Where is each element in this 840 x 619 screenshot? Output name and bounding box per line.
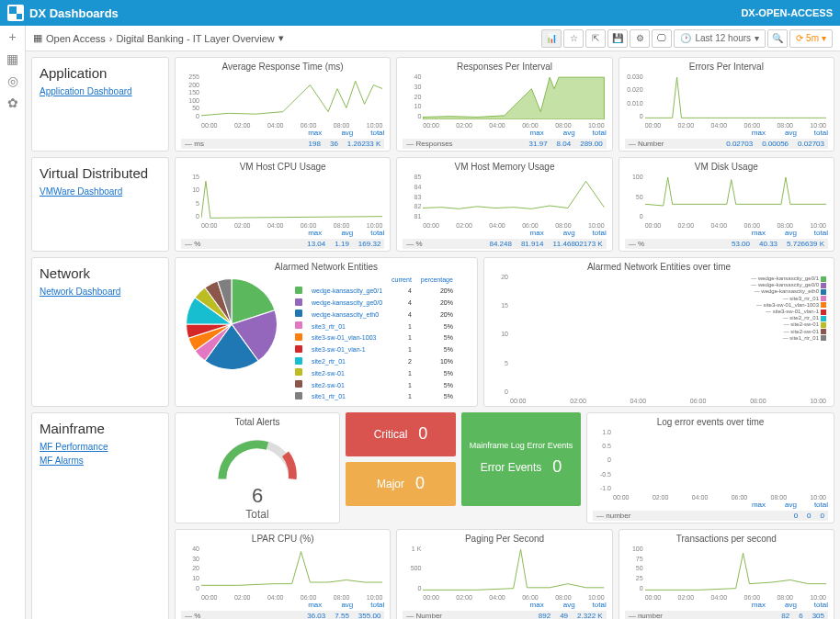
toolbar: 📊 ☆ ⇱ 💾 ⚙ 🖵 🕑 Last 12 hours ▾ 🔍 ⟳ 5m ▾ — [541, 29, 833, 48]
chevron-down-icon: ▾ — [822, 33, 826, 43]
panel-errors[interactable]: Errors Per Interval 0.0300.0200.0100 00:… — [619, 57, 834, 152]
refresh-icon: ⟳ — [796, 33, 803, 43]
panel-log-errors-time[interactable]: Log error events over time 1.00.50-0.5-1… — [586, 412, 834, 523]
section-title: Application — [40, 65, 161, 81]
left-nav: + ▦ ◎ ✿ — [0, 26, 26, 619]
panel-vm-cpu[interactable]: VM Host CPU Usage 151050 00:0002:0004:00… — [175, 157, 391, 252]
monitor-button[interactable]: 🖵 — [652, 29, 672, 48]
settings-icon[interactable]: ✿ — [6, 96, 20, 110]
breadcrumb: ▦ Open Access › Digital Banking - IT Lay… — [33, 32, 284, 44]
breadcrumb-root[interactable]: Open Access — [46, 33, 106, 44]
star-button[interactable]: ☆ — [563, 29, 584, 48]
panel-alarmed-timeline[interactable]: Alarmed Network Entities over time 20151… — [483, 257, 834, 407]
add-icon[interactable]: + — [6, 29, 20, 44]
link-vmware-dashboard[interactable]: VMWare Dashboard — [40, 186, 161, 197]
bottom-charts: LPAR CPU (%) 403020100 00:0002:0004:0006… — [175, 529, 834, 619]
section-virtual: Virtual Distributed VMWare Dashboard — [31, 157, 169, 252]
logo-icon — [7, 5, 24, 21]
dashboards-icon[interactable]: ▦ — [6, 51, 20, 66]
app-logo: DX Dashboards — [7, 5, 119, 21]
zoom-button[interactable]: 🔍 — [767, 29, 788, 48]
link-mf-alarms[interactable]: MF Alarms — [40, 456, 161, 466]
panel-vm-mem[interactable]: VM Host Memory Usage 8584838281 00:0002:… — [396, 157, 612, 252]
share-button[interactable]: ⇱ — [585, 29, 606, 48]
link-network-dashboard[interactable]: Network Dashboard — [40, 287, 161, 297]
application-charts: Average Response Time (ms) 2552001501005… — [175, 57, 834, 152]
grid-icon: ▦ — [33, 32, 42, 44]
link-mf-performance[interactable]: MF Performance — [40, 442, 161, 452]
panel-tps[interactable]: Transactions per second 1007550250 00:00… — [619, 529, 834, 619]
mainframe-tiles: Total Alerts 6 Total Critical 0 — [175, 412, 834, 523]
pie-chart — [181, 274, 282, 375]
link-application-dashboard[interactable]: Application Dashboard — [40, 86, 161, 96]
virtual-charts: VM Host CPU Usage 151050 00:0002:0004:00… — [175, 157, 834, 252]
chart-mode-button[interactable]: 📊 — [541, 29, 562, 48]
tile-log-errors[interactable]: Mainframe Log Error Events Error Events0 — [461, 412, 581, 506]
gauge-icon — [207, 429, 308, 484]
section-application: Application Application Dashboard — [31, 57, 169, 152]
section-network: Network Network Dashboard — [31, 257, 169, 407]
panel-paging[interactable]: Paging Per Second 1 K5000 00:0002:0004:0… — [396, 529, 612, 619]
network-charts: Alarmed Network Entities currentpercenta… — [175, 257, 834, 407]
tenant-label: DX-OPEN-ACCESS — [741, 7, 833, 18]
tile-major[interactable]: Major 0 — [346, 462, 456, 506]
panel-avg-response[interactable]: Average Response Time (ms) 2552001501005… — [175, 57, 391, 152]
panel-vm-disk[interactable]: VM Disk Usage 100500 00:0002:0004:0006:0… — [619, 157, 834, 252]
chevron-down-icon: ▾ — [755, 33, 759, 43]
pie-legend: currentpercentage wedge-kansascity_ge0/1… — [289, 274, 459, 404]
refresh-button[interactable]: ⟳ 5m ▾ — [789, 29, 833, 48]
panel-responses[interactable]: Responses Per Interval 403020100 00:0002… — [396, 57, 612, 152]
chevron-down-icon[interactable]: ▾ — [278, 32, 284, 44]
panel-total-alerts[interactable]: Total Alerts 6 Total — [175, 412, 340, 523]
top-bar: DX Dashboards DX-OPEN-ACCESS — [0, 0, 840, 26]
app-name: DX Dashboards — [29, 6, 119, 20]
save-button[interactable]: 💾 — [607, 29, 628, 48]
status-tiles: Critical 0 Major 0 — [346, 412, 456, 523]
target-icon[interactable]: ◎ — [6, 73, 20, 88]
time-range-picker[interactable]: 🕑 Last 12 hours ▾ — [674, 29, 766, 48]
timeline-legend: — wedge-kansascity_ge0/1— wedge-kansasci… — [751, 276, 826, 342]
section-mainframe: Mainframe MF Performance MF Alarms — [31, 412, 169, 619]
clock-icon: 🕑 — [680, 33, 691, 43]
panel-lpar-cpu[interactable]: LPAR CPU (%) 403020100 00:0002:0004:0006… — [175, 529, 391, 619]
sub-header: ▦ Open Access › Digital Banking - IT Lay… — [26, 26, 840, 51]
tile-critical[interactable]: Critical 0 — [346, 412, 456, 456]
breadcrumb-page[interactable]: Digital Banking - IT Layer Overview — [117, 33, 275, 44]
panel-alarmed-entities[interactable]: Alarmed Network Entities currentpercenta… — [175, 257, 478, 407]
gear-button[interactable]: ⚙ — [630, 29, 650, 48]
